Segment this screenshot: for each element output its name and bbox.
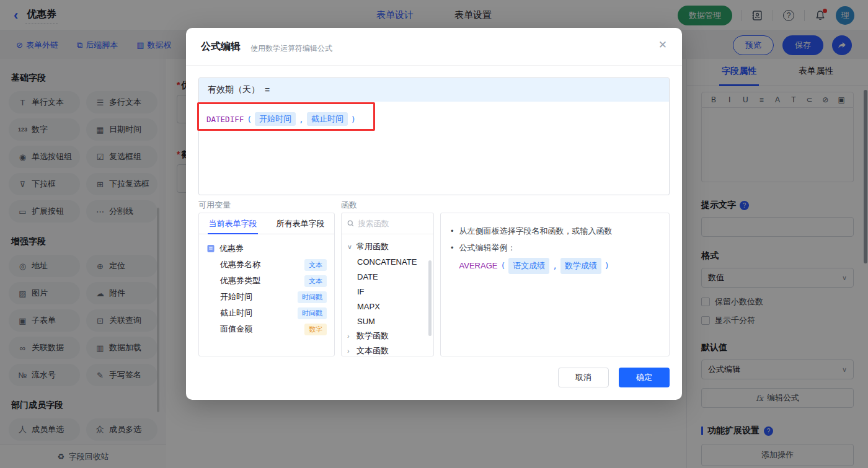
formula-target-band: 有效期（天） = — [199, 78, 669, 102]
formula-token[interactable]: ( — [247, 115, 252, 124]
example-prefix: 公式编辑举例： — [459, 241, 516, 255]
function-group[interactable]: › 数学函数 — [342, 329, 433, 343]
formula-token[interactable]: , — [299, 115, 304, 124]
variable-name: 优惠券名称 — [220, 259, 260, 270]
formula-token: ) — [604, 259, 609, 273]
variable-name: 面值金额 — [220, 324, 252, 335]
function-items: CONCATENATE DATE IF MAPX SUM — [342, 254, 433, 329]
variable-type-badge: 数字 — [304, 324, 327, 335]
formula-help-panel: • 从左侧面板选择字段名和函数，或输入函数 • 公式编辑举例： AVERAGE … — [440, 213, 670, 356]
variable-name: 截止时间 — [220, 307, 252, 319]
function-list: ∨ 常用函数 CONCATENATE DATE IF MAPX SUM — [342, 234, 433, 358]
form-node-label: 优惠券 — [219, 243, 244, 254]
cancel-button[interactable]: 取消 — [558, 368, 609, 387]
help-tip-1: • 从左侧面板选择字段名和函数，或输入函数 — [451, 224, 659, 238]
function-groups-closed: › 数学函数 › 文本函数 — [342, 329, 433, 358]
modal-title: 公式编辑 — [201, 40, 241, 53]
variables-tabs: 当前表单字段 所有表单字段 — [199, 213, 334, 234]
variable-row[interactable]: 优惠券类型 文本 — [206, 273, 327, 289]
bullet: • — [451, 224, 454, 238]
formula-target-field: 有效期（天） — [208, 84, 260, 95]
function-group-label: 数学函数 — [356, 330, 389, 342]
app-window: ‹ 优惠券 表单设计 表单设置 数据管理 ? 理 ⊘ — [0, 0, 868, 468]
formula-token: , — [552, 259, 557, 273]
function-group-common[interactable]: ∨ 常用函数 — [342, 239, 433, 254]
tab-all-form-fields[interactable]: 所有表单字段 — [267, 213, 334, 234]
formula-token: 数学成绩 — [560, 258, 601, 274]
variable-list: 优惠券名称 文本 优惠券类型 文本 开始时间 时间戳 — [206, 257, 327, 337]
variable-type-badge: 文本 — [304, 259, 327, 271]
variable-name: 开始时间 — [220, 291, 252, 302]
function-item[interactable]: CONCATENATE — [342, 254, 433, 269]
variable-type-badge: 时间戳 — [298, 291, 327, 303]
formula-expression: DATEDIFF ( 开始时间 , 截止时间 ) — [205, 112, 356, 126]
chevron-right-icon: › — [347, 347, 353, 355]
form-node[interactable]: 优惠券 — [206, 241, 327, 257]
variable-type-badge: 文本 — [304, 275, 327, 287]
functions-panel: ∨ 常用函数 CONCATENATE DATE IF MAPX SUM — [341, 213, 434, 356]
function-group-label: 常用函数 — [356, 241, 389, 252]
variables-panel: 当前表单字段 所有表单字段 优惠券 优惠券名称 文本 — [198, 213, 335, 356]
equals-sign: = — [265, 85, 270, 95]
document-icon — [206, 244, 215, 253]
formula-token: ( — [500, 259, 505, 273]
help-tip-2: • 公式编辑举例： AVERAGE ( 语文成绩 , 数学成绩 — [451, 241, 659, 274]
variable-type-badge: 时间戳 — [298, 307, 327, 319]
function-search-input[interactable] — [358, 219, 428, 228]
functions-label: 函数 — [341, 200, 357, 211]
variable-row[interactable]: 截止时间 时间戳 — [206, 305, 327, 321]
example-tokens: AVERAGE ( 语文成绩 , 数学成绩 ) — [459, 258, 609, 274]
chevron-down-icon: ∨ — [347, 243, 353, 251]
chevron-right-icon: › — [347, 332, 353, 340]
function-group-label: 文本函数 — [356, 345, 389, 356]
variable-row[interactable]: 面值金额 数字 — [206, 321, 327, 337]
function-list-scrollbar[interactable] — [428, 260, 432, 336]
modal-subtitle: 使用数学运算符编辑公式 — [250, 43, 332, 54]
tab-current-form-fields[interactable]: 当前表单字段 — [199, 213, 267, 234]
variable-row[interactable]: 开始时间 时间戳 — [206, 289, 327, 305]
bullet: • — [451, 241, 454, 255]
formula-token[interactable]: ) — [351, 115, 356, 124]
close-icon[interactable]: ✕ — [658, 38, 667, 51]
search-icon — [347, 219, 354, 227]
variable-name: 优惠券类型 — [220, 275, 260, 286]
function-item[interactable]: DATE — [342, 269, 433, 284]
function-item[interactable]: IF — [342, 284, 433, 299]
variables-label: 可用变量 — [198, 200, 231, 211]
formula-editor-box[interactable]: 有效期（天） = DATEDIFF ( 开始时间 , 截止时间 ) — [198, 77, 670, 195]
formula-token[interactable]: 开始时间 — [255, 112, 296, 126]
formula-token: 语文成绩 — [508, 258, 549, 274]
formula-token[interactable]: 截止时间 — [307, 112, 348, 126]
function-search[interactable] — [342, 213, 433, 234]
variables-tree: 优惠券 优惠券名称 文本 优惠券类型 文本 — [199, 234, 334, 343]
formula-editor-modal: 公式编辑 使用数学运算符编辑公式 ✕ 有效期（天） = DATEDIFF ( 开… — [186, 28, 682, 400]
function-group[interactable]: › 文本函数 — [342, 343, 433, 358]
variable-row[interactable]: 优惠券名称 文本 — [206, 257, 327, 273]
formula-token[interactable]: DATEDIFF — [206, 115, 244, 124]
example-formula: 公式编辑举例： AVERAGE ( 语文成绩 , 数学成绩 — [459, 241, 659, 274]
function-item[interactable]: MAPX — [342, 299, 433, 314]
function-item[interactable]: SUM — [342, 314, 433, 329]
formula-token: AVERAGE — [459, 259, 498, 273]
divider — [186, 65, 682, 66]
confirm-button[interactable]: 确定 — [619, 368, 670, 387]
